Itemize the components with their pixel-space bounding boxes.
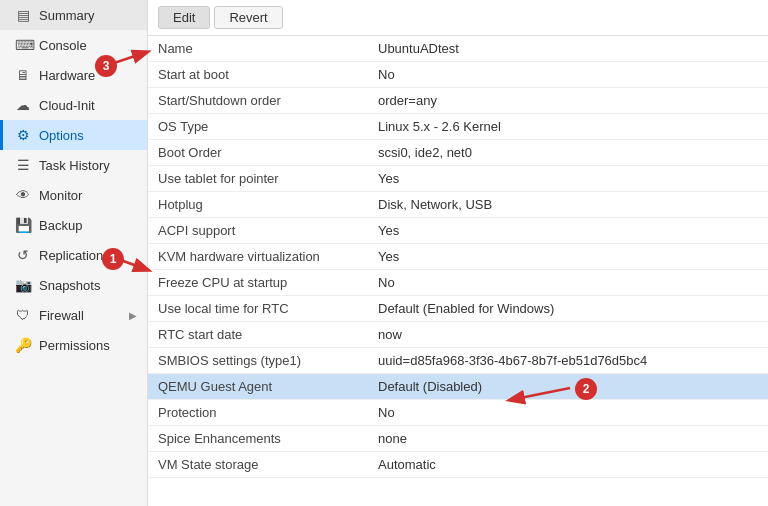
option-value: now — [368, 322, 768, 348]
table-row[interactable]: RTC start datenow — [148, 322, 768, 348]
hardware-icon: 🖥 — [15, 67, 31, 83]
option-value: Linux 5.x - 2.6 Kernel — [368, 114, 768, 140]
option-value: No — [368, 400, 768, 426]
table-row[interactable]: ProtectionNo — [148, 400, 768, 426]
option-value: UbuntuADtest — [368, 36, 768, 62]
monitor-icon: 👁 — [15, 187, 31, 203]
option-value: Default (Enabled for Windows) — [368, 296, 768, 322]
option-name: QEMU Guest Agent — [148, 374, 368, 400]
sidebar-label-backup: Backup — [39, 218, 137, 233]
option-name: Start/Shutdown order — [148, 88, 368, 114]
option-name: Spice Enhancements — [148, 426, 368, 452]
sidebar-item-task-history[interactable]: ☰Task History — [0, 150, 147, 180]
table-row[interactable]: Spice Enhancementsnone — [148, 426, 768, 452]
table-row[interactable]: VM State storageAutomatic — [148, 452, 768, 478]
snapshots-icon: 📷 — [15, 277, 31, 293]
sidebar-item-hardware[interactable]: 🖥Hardware — [0, 60, 147, 90]
revert-button[interactable]: Revert — [214, 6, 282, 29]
option-value: scsi0, ide2, net0 — [368, 140, 768, 166]
table-row[interactable]: OS TypeLinux 5.x - 2.6 Kernel — [148, 114, 768, 140]
sidebar-item-summary[interactable]: ▤Summary — [0, 0, 147, 30]
option-name: Boot Order — [148, 140, 368, 166]
option-value: No — [368, 62, 768, 88]
table-row[interactable]: Start at bootNo — [148, 62, 768, 88]
replication-icon: ↺ — [15, 247, 31, 263]
console-icon: ⌨ — [15, 37, 31, 53]
permissions-icon: 🔑 — [15, 337, 31, 353]
table-row[interactable]: Freeze CPU at startupNo — [148, 270, 768, 296]
table-row[interactable]: SMBIOS settings (type1)uuid=d85fa968-3f3… — [148, 348, 768, 374]
sidebar-label-hardware: Hardware — [39, 68, 137, 83]
sidebar-item-options[interactable]: ⚙Options — [0, 120, 147, 150]
backup-icon: 💾 — [15, 217, 31, 233]
option-name: Hotplug — [148, 192, 368, 218]
option-value: Yes — [368, 166, 768, 192]
cloud-init-icon: ☁ — [15, 97, 31, 113]
options-table: NameUbuntuADtestStart at bootNoStart/Shu… — [148, 36, 768, 506]
table-row[interactable]: HotplugDisk, Network, USB — [148, 192, 768, 218]
sidebar-item-permissions[interactable]: 🔑Permissions — [0, 330, 147, 360]
task-history-icon: ☰ — [15, 157, 31, 173]
option-value: No — [368, 270, 768, 296]
option-value: none — [368, 426, 768, 452]
table-row[interactable]: KVM hardware virtualizationYes — [148, 244, 768, 270]
option-value: Yes — [368, 218, 768, 244]
option-name: VM State storage — [148, 452, 368, 478]
table-row[interactable]: QEMU Guest AgentDefault (Disabled) — [148, 374, 768, 400]
sidebar-label-replication: Replication — [39, 248, 137, 263]
sidebar-item-snapshots[interactable]: 📷Snapshots — [0, 270, 147, 300]
edit-button[interactable]: Edit — [158, 6, 210, 29]
option-name: Start at boot — [148, 62, 368, 88]
sidebar-label-permissions: Permissions — [39, 338, 137, 353]
sidebar-label-summary: Summary — [39, 8, 137, 23]
sidebar-label-cloud-init: Cloud-Init — [39, 98, 137, 113]
sidebar-item-console[interactable]: ⌨Console — [0, 30, 147, 60]
sidebar-label-task-history: Task History — [39, 158, 137, 173]
table-row[interactable]: NameUbuntuADtest — [148, 36, 768, 62]
option-value: Automatic — [368, 452, 768, 478]
sidebar-item-firewall[interactable]: 🛡Firewall▶ — [0, 300, 147, 330]
option-value: Default (Disabled) — [368, 374, 768, 400]
firewall-icon: 🛡 — [15, 307, 31, 323]
option-name: Freeze CPU at startup — [148, 270, 368, 296]
sidebar-label-monitor: Monitor — [39, 188, 137, 203]
sidebar: ▤Summary⌨Console🖥Hardware☁Cloud-Init⚙Opt… — [0, 0, 148, 506]
option-value: order=any — [368, 88, 768, 114]
option-name: RTC start date — [148, 322, 368, 348]
option-name: ACPI support — [148, 218, 368, 244]
option-name: Use local time for RTC — [148, 296, 368, 322]
table-row[interactable]: ACPI supportYes — [148, 218, 768, 244]
option-name: KVM hardware virtualization — [148, 244, 368, 270]
table-row[interactable]: Boot Orderscsi0, ide2, net0 — [148, 140, 768, 166]
summary-icon: ▤ — [15, 7, 31, 23]
sidebar-label-snapshots: Snapshots — [39, 278, 137, 293]
sidebar-item-monitor[interactable]: 👁Monitor — [0, 180, 147, 210]
option-name: Name — [148, 36, 368, 62]
expand-icon: ▶ — [129, 310, 137, 321]
options-table-inner: NameUbuntuADtestStart at bootNoStart/Shu… — [148, 36, 768, 478]
sidebar-item-cloud-init[interactable]: ☁Cloud-Init — [0, 90, 147, 120]
options-icon: ⚙ — [15, 127, 31, 143]
sidebar-item-backup[interactable]: 💾Backup — [0, 210, 147, 240]
table-row[interactable]: Start/Shutdown orderorder=any — [148, 88, 768, 114]
option-name: SMBIOS settings (type1) — [148, 348, 368, 374]
sidebar-label-firewall: Firewall — [39, 308, 121, 323]
sidebar-label-options: Options — [39, 128, 137, 143]
table-row[interactable]: Use local time for RTCDefault (Enabled f… — [148, 296, 768, 322]
option-value: Disk, Network, USB — [368, 192, 768, 218]
option-name: Protection — [148, 400, 368, 426]
main-content: Edit Revert NameUbuntuADtestStart at boo… — [148, 0, 768, 506]
sidebar-item-replication[interactable]: ↺Replication — [0, 240, 147, 270]
sidebar-label-console: Console — [39, 38, 137, 53]
option-value: uuid=d85fa968-3f36-4b67-8b7f-eb51d76d5bc… — [368, 348, 768, 374]
option-name: OS Type — [148, 114, 368, 140]
option-value: Yes — [368, 244, 768, 270]
table-row[interactable]: Use tablet for pointerYes — [148, 166, 768, 192]
option-name: Use tablet for pointer — [148, 166, 368, 192]
toolbar: Edit Revert — [148, 0, 768, 36]
